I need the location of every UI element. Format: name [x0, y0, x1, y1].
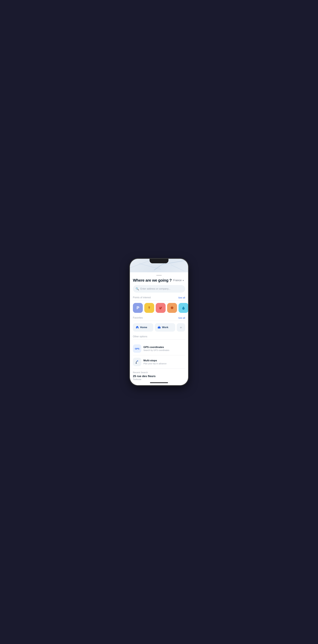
search-icon: 🔍	[136, 287, 139, 290]
svg-point-8	[171, 309, 172, 310]
search-input[interactable]: Enter address or company...	[140, 288, 170, 290]
shopping-icon	[170, 306, 174, 310]
multistops-option-subtitle: Plan your trip in advance	[143, 362, 167, 365]
favorites-section-header: Favorites See all	[133, 316, 185, 321]
work-icon	[157, 326, 161, 330]
poi-section-header: Points of interest See all	[133, 296, 185, 300]
country-name: France	[173, 279, 182, 282]
multistops-option-title: Multi-stops	[143, 359, 167, 362]
multistops-icon-wrap	[133, 358, 141, 366]
page-header: Where are we going ? France ▾	[133, 278, 185, 283]
poi-icons-row: P	[133, 303, 185, 313]
gas-icon	[159, 306, 163, 310]
home-svg-icon	[136, 326, 139, 329]
gps-text: GPS	[135, 347, 139, 350]
plus-icon: +	[180, 325, 182, 330]
multistops-option-item[interactable]: Multi-stops Plan your trip in advance	[133, 355, 185, 369]
svg-point-14	[137, 361, 138, 362]
gps-option-subtitle: Search by GPS coordinates	[143, 349, 169, 352]
poi-parking-button[interactable]: P	[133, 303, 143, 313]
favorites-see-all[interactable]: See all	[178, 316, 185, 319]
svg-point-9	[173, 309, 173, 310]
home-icon	[136, 326, 139, 330]
country-selector[interactable]: France ▾	[173, 279, 185, 282]
svg-point-13	[136, 363, 136, 364]
poi-see-all[interactable]: See all	[178, 296, 185, 299]
poi-restaurant-button[interactable]	[144, 303, 154, 313]
multistops-option-text: Multi-stops Plan your trip in advance	[143, 359, 167, 365]
phone-frame: Where are we going ? France ▾ 🔍 Enter ad…	[130, 259, 188, 385]
home-bar	[150, 382, 168, 383]
restaurant-icon	[147, 306, 151, 310]
chevron-down-icon: ▾	[182, 279, 185, 282]
poi-shopping-button[interactable]	[167, 303, 177, 313]
page-title: Where are we going ?	[133, 278, 172, 283]
gps-option-title: GPS coordinates	[143, 346, 169, 349]
add-favorite-button[interactable]: +	[177, 323, 185, 332]
svg-rect-3	[149, 306, 149, 309]
map-line	[171, 265, 184, 271]
multistops-svg-icon	[135, 360, 139, 364]
svg-rect-4	[159, 307, 161, 309]
svg-rect-1	[150, 306, 150, 308]
poi-water-button[interactable]	[179, 303, 188, 313]
gps-icon-wrap: GPS	[133, 344, 141, 353]
map-line	[139, 264, 161, 270]
recent-search-city: Toulouse	[133, 378, 185, 380]
recent-search-address[interactable]: 25 rue des fleurs	[133, 374, 185, 378]
svg-rect-0	[148, 306, 149, 308]
gps-option-text: GPS coordinates Search by GPS coordinate…	[143, 346, 169, 352]
favorites-row: Home Work +	[133, 323, 185, 332]
work-favorite-button[interactable]: Work	[155, 323, 175, 332]
notch	[150, 259, 168, 263]
phone-screen: Where are we going ? France ▾ 🔍 Enter ad…	[130, 259, 188, 385]
work-svg-icon	[157, 326, 161, 329]
svg-rect-5	[160, 308, 161, 308]
gps-option-item[interactable]: GPS GPS coordinates Search by GPS coordi…	[133, 342, 185, 355]
home-indicator	[130, 380, 188, 385]
water-icon	[181, 306, 186, 310]
recent-search-label: Recent Search	[133, 371, 185, 374]
work-label: Work	[162, 326, 168, 329]
favorites-section-title: Favorites	[133, 316, 143, 319]
svg-rect-11	[158, 327, 161, 328]
poi-gas-button[interactable]	[156, 303, 166, 313]
home-label: Home	[140, 326, 147, 329]
home-favorite-button[interactable]: Home	[133, 323, 153, 332]
bottom-sheet	[130, 272, 188, 276]
search-bar[interactable]: 🔍 Enter address or company...	[133, 285, 185, 292]
svg-point-7	[161, 307, 162, 307]
other-options-title: Other options	[133, 335, 185, 340]
poi-section-title: Points of interest	[133, 296, 151, 299]
main-content: Where are we going ? France ▾ 🔍 Enter ad…	[130, 276, 188, 380]
recent-search-section: Recent Search 25 rue des fleurs Toulouse	[133, 369, 185, 380]
